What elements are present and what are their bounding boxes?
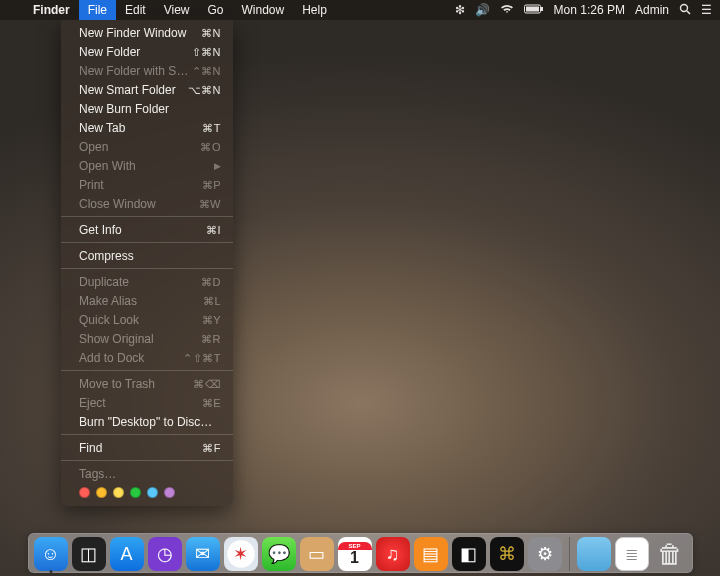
menu-edit[interactable]: Edit — [116, 0, 155, 20]
menu-item-new-burn-folder[interactable]: New Burn Folder — [61, 99, 233, 118]
menu-shortcut: ⌘L — [203, 293, 221, 309]
app-menu[interactable]: Finder — [24, 0, 79, 20]
dock-document[interactable]: ≣ — [615, 537, 649, 571]
menu-item-new-tab[interactable]: New Tab⌘T — [61, 118, 233, 137]
running-indicator — [49, 570, 52, 573]
menu-item-get-info[interactable]: Get Info⌘I — [61, 220, 233, 239]
menu-shortcut: ⌘F — [202, 440, 221, 456]
menu-item-label: Quick Look — [79, 312, 202, 328]
menu-item-close-window: Close Window⌘W — [61, 194, 233, 213]
menu-help[interactable]: Help — [293, 0, 336, 20]
menu-shortcut: ⌃⇧⌘T — [183, 350, 221, 366]
tag-color-dot[interactable] — [79, 487, 90, 498]
menu-item-label: Print — [79, 177, 202, 193]
tag-color-dot[interactable] — [96, 487, 107, 498]
menu-item-label: New Finder Window — [79, 25, 201, 41]
menu-shortcut: ⌘O — [200, 139, 221, 155]
dock-activity-monitor[interactable]: ◷ — [148, 537, 182, 571]
tag-color-dot[interactable] — [113, 487, 124, 498]
dock-finder[interactable]: ☺ — [34, 537, 68, 571]
menu-shortcut: ⇧⌘N — [192, 44, 221, 60]
menu-item-label: Add to Dock — [79, 350, 183, 366]
menu-item-compress[interactable]: Compress — [61, 246, 233, 265]
menu-item-open-with: Open With▶ — [61, 156, 233, 175]
menu-user[interactable]: Admin — [635, 3, 669, 17]
menu-shortcut: ⌘W — [199, 196, 221, 212]
battery-icon[interactable] — [524, 3, 544, 17]
tag-color-dot[interactable] — [164, 487, 175, 498]
volume-icon[interactable]: 🔊 — [475, 3, 490, 17]
menu-item-label: New Folder — [79, 44, 192, 60]
dock-system-information[interactable]: ⌘ — [490, 537, 524, 571]
menu-clock[interactable]: Mon 1:26 PM — [554, 3, 625, 17]
dock-mail[interactable]: ✉ — [186, 537, 220, 571]
menu-shortcut: ⌘N — [201, 25, 221, 41]
menu-item-label: Close Window — [79, 196, 199, 212]
menu-item-burn-desktop-to-disc[interactable]: Burn "Desktop" to Disc… — [61, 412, 233, 431]
status-extras-icon[interactable]: ❇︎ — [455, 3, 465, 17]
menu-item-label: Get Info — [79, 222, 206, 238]
menu-window[interactable]: Window — [233, 0, 294, 20]
menu-separator — [61, 242, 233, 243]
tag-color-dot[interactable] — [130, 487, 141, 498]
dock-safari[interactable]: ✶ — [224, 537, 258, 571]
wifi-icon[interactable] — [500, 3, 514, 17]
menu-file[interactable]: File — [79, 0, 116, 20]
menu-item-label: Burn "Desktop" to Disc… — [79, 414, 221, 430]
dock-itunes[interactable]: ♫ — [376, 537, 410, 571]
dock-mission-control[interactable]: ◫ — [72, 537, 106, 571]
menu-item-label: Show Original — [79, 331, 201, 347]
menu-shortcut: ⌘⌫ — [193, 376, 221, 392]
menu-item-label: Find — [79, 440, 202, 456]
menu-item-print: Print⌘P — [61, 175, 233, 194]
file-menu-dropdown: New Finder Window⌘NNew Folder⇧⌘NNew Fold… — [61, 20, 233, 506]
menu-item-new-folder[interactable]: New Folder⇧⌘N — [61, 42, 233, 61]
dock-messages[interactable]: 💬 — [262, 537, 296, 571]
menu-shortcut: ⌘E — [202, 395, 221, 411]
menu-shortcut: ⌘D — [201, 274, 221, 290]
svg-rect-2 — [526, 7, 539, 12]
menu-separator — [61, 216, 233, 217]
menu-item-label: Compress — [79, 248, 221, 264]
menu-shortcut: ⌘I — [206, 222, 221, 238]
menu-item-show-original: Show Original⌘R — [61, 329, 233, 348]
menu-item-eject: Eject⌘E — [61, 393, 233, 412]
svg-rect-1 — [541, 7, 543, 11]
menu-item-tags: Tags… — [61, 464, 233, 483]
dock: ☺◫A◷✉✶💬▭SEP1♫▤◧⌘⚙≣🗑 — [0, 533, 720, 573]
dock-contacts[interactable]: ▭ — [300, 537, 334, 571]
menu-item-new-smart-folder[interactable]: New Smart Folder⌥⌘N — [61, 80, 233, 99]
dock-trash[interactable]: 🗑 — [653, 537, 687, 571]
submenu-arrow-icon: ▶ — [214, 158, 221, 174]
menu-item-find[interactable]: Find⌘F — [61, 438, 233, 457]
svg-line-4 — [687, 11, 690, 14]
menu-separator — [61, 370, 233, 371]
dock-system-preferences[interactable]: ⚙ — [528, 537, 562, 571]
menu-item-label: New Burn Folder — [79, 101, 221, 117]
menu-item-make-alias: Make Alias⌘L — [61, 291, 233, 310]
menu-separator — [61, 460, 233, 461]
dock-photo-booth[interactable]: ◧ — [452, 537, 486, 571]
dock-divider — [569, 537, 570, 571]
dock-calendar[interactable]: SEP1 — [338, 537, 372, 571]
dock-app-store[interactable]: A — [110, 537, 144, 571]
dock-downloads[interactable] — [577, 537, 611, 571]
dock-ibooks[interactable]: ▤ — [414, 537, 448, 571]
menu-separator — [61, 268, 233, 269]
menu-separator — [61, 434, 233, 435]
notification-center-icon[interactable]: ☰ — [701, 3, 712, 17]
tag-color-dot[interactable] — [147, 487, 158, 498]
menu-shortcut: ⌃⌘N — [192, 63, 221, 79]
spotlight-icon[interactable] — [679, 3, 691, 18]
menu-item-quick-look: Quick Look⌘Y — [61, 310, 233, 329]
menu-bar: Finder FileEditViewGoWindowHelp ❇︎ 🔊 Mon… — [0, 0, 720, 20]
menu-item-move-to-trash: Move to Trash⌘⌫ — [61, 374, 233, 393]
menu-go[interactable]: Go — [199, 0, 233, 20]
menu-item-label: Move to Trash — [79, 376, 193, 392]
menu-shortcut: ⌥⌘N — [188, 82, 221, 98]
menu-shortcut: ⌘R — [201, 331, 221, 347]
menu-item-label: Open — [79, 139, 200, 155]
menu-shortcut: ⌘P — [202, 177, 221, 193]
menu-item-new-finder-window[interactable]: New Finder Window⌘N — [61, 23, 233, 42]
menu-view[interactable]: View — [155, 0, 199, 20]
